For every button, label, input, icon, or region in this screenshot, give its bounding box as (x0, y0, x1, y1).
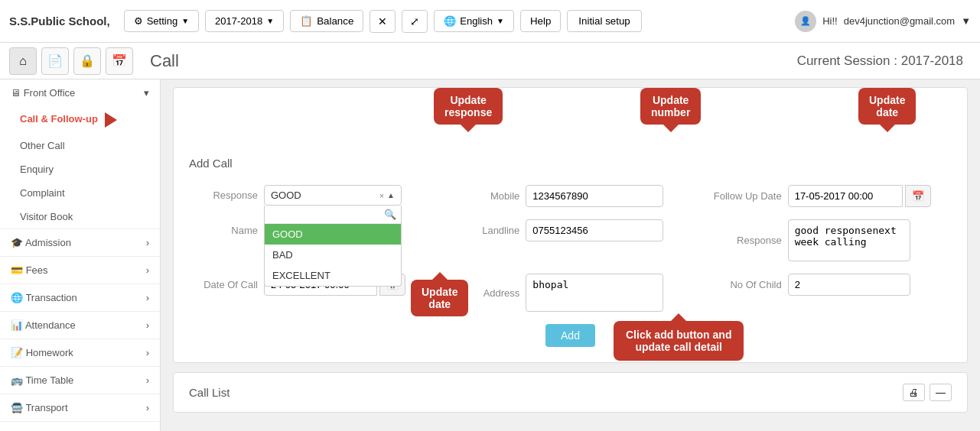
list-actions: 🖨 — (903, 384, 952, 401)
sidebar-timetable-header[interactable]: 🚌 Time Table › (0, 367, 160, 394)
sidebar-section-fees: 💳 Fees › (0, 257, 160, 284)
response-dropdown-selected[interactable]: GOOD × ▲ (264, 185, 402, 206)
response-right-label: Response (713, 235, 782, 246)
transport-icon: 🚍 (11, 402, 23, 413)
attendance-icon: 📊 (11, 319, 23, 331)
chevron-right-icon7: › (146, 402, 149, 413)
tooltip-update-number: Update number (640, 88, 701, 125)
print-btn[interactable]: 🖨 (903, 384, 925, 401)
form-group-response-right: Response good responsenext week calling (713, 219, 952, 261)
mobile-input[interactable] (526, 185, 663, 207)
sidebar-section-frontoffice: 🖥 Front Office ▾ Call & Follow-up Other … (0, 79, 160, 229)
chevron-right-icon4: › (146, 319, 149, 331)
home-btn[interactable]: ⌂ (9, 47, 37, 75)
graduation-icon: 🎓 (11, 237, 23, 248)
sidebar: 🖥 Front Office ▾ Call & Follow-up Other … (0, 79, 161, 431)
add-call-form-card: Update response Update number Update dat… (173, 87, 968, 363)
chevron-right-icon6: › (146, 374, 149, 386)
expand-btn[interactable]: ⤢ (402, 10, 428, 33)
dropdown-search-input[interactable] (269, 209, 384, 220)
lock-icon: 🔒 (80, 53, 95, 68)
sidebar-item-enquiry[interactable]: Enquiry (0, 157, 160, 181)
user-caret: ▼ (961, 15, 971, 27)
cross-btn[interactable]: ✕ (370, 10, 396, 33)
form-row-1: Response GOOD × ▲ 🔍 GOOD (189, 185, 952, 207)
form-group-followup: Follow Up Date 📅 (713, 185, 952, 207)
followup-calendar-icon[interactable]: 📅 (905, 185, 931, 207)
response-dropdown-menu: 🔍 GOOD BAD EXCELLENT (264, 206, 402, 287)
form-group-response: Response GOOD × ▲ 🔍 GOOD (189, 185, 428, 206)
page-title: Call (138, 51, 793, 71)
dropdown-search-row: 🔍 (265, 206, 401, 224)
calendar-btn[interactable]: 📅 (106, 47, 133, 75)
globe-icon: 🌐 (444, 15, 456, 27)
session-caret: ▼ (266, 17, 274, 25)
sidebar-frontoffice-header[interactable]: 🖥 Front Office ▾ (0, 79, 160, 106)
initial-setup-btn[interactable]: Initial setup (567, 10, 641, 32)
followup-date-input[interactable] (788, 185, 903, 207)
sidebar-section-attendance: 📊 Attendance › (0, 312, 160, 339)
fees-icon: 💳 (11, 264, 23, 276)
form-group-landline: Landline (451, 219, 689, 241)
help-btn[interactable]: Help (520, 10, 561, 32)
doc-btn[interactable]: 📄 (41, 47, 69, 75)
call-list-title: Call List (189, 386, 230, 399)
sidebar-item-complaint[interactable]: Complaint (0, 181, 160, 205)
dropdown-clear-icon[interactable]: × (379, 191, 384, 200)
setting-btn[interactable]: ⚙ Setting ▼ (124, 10, 199, 32)
sidebar-transport-header[interactable]: 🚍 Transport › (0, 394, 160, 421)
main-content: Update response Update number Update dat… (161, 79, 980, 431)
noofchild-label: No Of Child (713, 279, 782, 290)
chevron-right-icon2: › (146, 264, 149, 276)
timetable-icon: 🚌 (11, 374, 23, 386)
sidebar-section-timetable: 🚌 Time Table › (0, 367, 160, 394)
monitor-icon: 🖥 (11, 87, 21, 99)
call-list-header: Call List 🖨 — (189, 384, 952, 401)
main-layout: 🖥 Front Office ▾ Call & Follow-up Other … (0, 79, 980, 431)
date-label: Date Of Call (189, 279, 258, 290)
sidebar-fees-header[interactable]: 💳 Fees › (0, 257, 160, 284)
user-email: dev4junction@gmail.com (844, 15, 955, 27)
dropdown-option-bad[interactable]: BAD (265, 245, 401, 265)
response-right-textarea[interactable]: good responsenext week calling (788, 219, 910, 261)
chevron-down-icon: ▾ (144, 87, 149, 99)
form-title: Add Call (189, 157, 952, 170)
setting-icon: ⚙ (134, 15, 143, 27)
noofchild-input[interactable] (788, 274, 910, 296)
sidebar-item-call-followup[interactable]: Call & Follow-up (0, 106, 160, 134)
minimize-btn[interactable]: — (930, 384, 952, 401)
chevron-right-icon3: › (146, 292, 149, 303)
sidebar-attendance-header[interactable]: 📊 Attendance › (0, 312, 160, 339)
expand-icon: ⤢ (410, 15, 419, 28)
dropdown-option-good[interactable]: GOOD (265, 224, 401, 245)
sidebar-admission-header[interactable]: 🎓 Admission › (0, 229, 160, 256)
lock-btn[interactable]: 🔒 (73, 47, 101, 75)
address-textarea[interactable]: bhopal (526, 274, 663, 312)
homework-icon: 📝 (11, 347, 23, 358)
sidebar-section-transport: 🚍 Transport › (0, 394, 160, 422)
session-label: Current Session : 2017-2018 (797, 53, 971, 69)
session-btn[interactable]: 2017-2018 ▼ (205, 10, 284, 32)
print-icon: 🖨 (909, 387, 919, 398)
sidebar-section-transaction: 🌐 Transaction › (0, 284, 160, 312)
add-btn-row: Add (189, 324, 952, 347)
transaction-icon: 🌐 (11, 292, 23, 303)
setting-caret: ▼ (181, 17, 189, 25)
followup-date-wrapper: 📅 (788, 185, 931, 207)
landline-input[interactable] (526, 219, 663, 241)
chevron-right-icon: › (146, 237, 149, 248)
add-button[interactable]: Add (545, 324, 595, 347)
balance-icon: 📋 (300, 15, 313, 27)
home-icon: ⌂ (19, 54, 27, 68)
dropdown-option-excellent[interactable]: EXCELLENT (265, 265, 401, 286)
user-menu[interactable]: 👤 Hi!! dev4junction@gmail.com ▼ (795, 11, 971, 32)
sidebar-section-homework: 📝 Homework › (0, 339, 160, 367)
chevron-right-icon5: › (146, 347, 149, 358)
english-btn[interactable]: 🌐 English ▼ (434, 10, 514, 32)
sidebar-homework-header[interactable]: 📝 Homework › (0, 339, 160, 366)
avatar: 👤 (795, 11, 816, 32)
sidebar-transaction-header[interactable]: 🌐 Transaction › (0, 284, 160, 311)
sidebar-item-other-call[interactable]: Other Call (0, 134, 160, 157)
sidebar-item-visitor-book[interactable]: Visitor Book (0, 205, 160, 228)
balance-btn[interactable]: 📋 Balance (290, 10, 363, 32)
